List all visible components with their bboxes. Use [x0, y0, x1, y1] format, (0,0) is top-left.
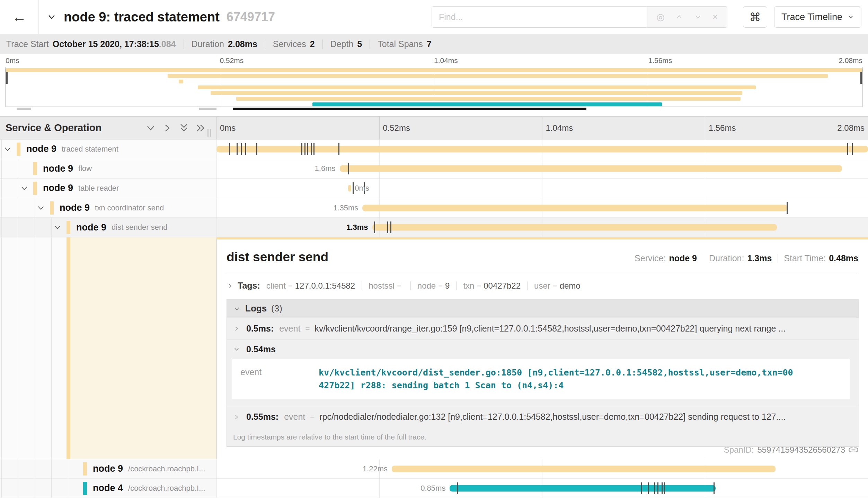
chevron-down-icon[interactable] — [53, 223, 62, 232]
equals-sign: = — [397, 282, 401, 290]
span-log-tick — [307, 143, 308, 155]
span-duration-bar[interactable] — [348, 185, 351, 191]
span-duration-bar[interactable] — [372, 224, 777, 231]
span-row-label-cell[interactable]: node 9dist sender send — [0, 218, 216, 237]
chevron-right-icon — [233, 414, 240, 420]
span-row[interactable]: node 9dist sender send1.3ms — [0, 218, 868, 237]
trace-minimap: 0ms0.52ms1.04ms1.56ms2.08ms — [0, 54, 868, 116]
time-tick-label: 0ms — [220, 117, 236, 139]
horizontal-scrollbar-thumb[interactable] — [233, 108, 587, 110]
span-row-label-cell[interactable]: node 9txn coordinator send — [0, 198, 216, 218]
span-row-label-cell[interactable]: node 9/cockroach.roachpb.I... — [0, 459, 216, 478]
minimap-viewport[interactable] — [6, 67, 862, 107]
logs-footer-note: Log timestamps are relative to the start… — [227, 427, 859, 446]
span-timeline-cell[interactable]: 1.22ms — [216, 459, 868, 478]
log-entry-expanded-header[interactable]: 0.54ms — [227, 339, 859, 359]
indent-guide — [68, 479, 68, 498]
summary-value: 5 — [357, 39, 362, 49]
chevron-down-icon — [233, 346, 240, 353]
chevron-down-icon[interactable] — [694, 13, 702, 21]
span-log-tick — [390, 221, 391, 233]
view-selector-button[interactable]: Trace Timeline — [774, 6, 861, 28]
log-timestamp: 0.55ms: — [246, 412, 278, 422]
span-log-tick — [787, 202, 788, 214]
arrow-left-icon: ← — [12, 9, 27, 25]
chevron-down-icon[interactable] — [145, 122, 157, 134]
tag-key: txn — [463, 281, 474, 290]
span-row[interactable]: node 4/cockroach.roachpb.I...0.85ms — [0, 479, 868, 498]
log-entry[interactable]: 0.55ms:event=rpc/nodedialer/nodedialer.g… — [227, 406, 859, 427]
indent-guide — [51, 237, 52, 459]
span-row-label-cell[interactable]: node 4/cockroach.roachpb.I... — [0, 479, 216, 498]
scrollbar-handle[interactable] — [17, 108, 31, 110]
link-icon[interactable] — [849, 445, 858, 455]
span-row[interactable]: node 9/cockroach.roachpb.I...1.22ms — [0, 459, 868, 479]
tags-row[interactable]: Tags:client=127.0.0.1:54582hostssl=node=… — [227, 281, 858, 291]
chevron-up-icon[interactable] — [675, 13, 683, 21]
logs-section: Logs (3) 0.5ms:event=kv/kvclient/kvcoord… — [227, 299, 859, 447]
time-tick-label: 1.04ms — [546, 117, 573, 139]
span-duration-bar[interactable] — [392, 465, 776, 472]
span-log-tick — [387, 221, 388, 233]
span-timeline-cell[interactable]: 1.3ms — [216, 218, 868, 237]
span-id-label: SpanID: — [724, 445, 754, 455]
log-entry[interactable]: 0.5ms:event=kv/kvclient/kvcoord/range_it… — [227, 318, 859, 339]
divider — [703, 254, 703, 263]
chevron-right-icon[interactable] — [161, 122, 173, 134]
span-row-label-cell[interactable]: node 9flow — [0, 159, 216, 179]
span-row-label-cell[interactable]: node 9traced statement — [0, 139, 216, 159]
span-duration-bar[interactable] — [362, 205, 787, 211]
span-log-tick — [338, 143, 339, 155]
logs-header[interactable]: Logs (3) — [227, 299, 859, 318]
span-log-tick — [648, 482, 649, 494]
indent-guide — [51, 218, 52, 237]
span-service-name: node 9 — [43, 183, 73, 193]
span-row-label-cell[interactable]: node 9table reader — [0, 179, 216, 198]
scrollbar-handle[interactable] — [199, 108, 216, 110]
chevron-down-icon[interactable] — [46, 12, 57, 22]
indent-guide — [18, 218, 18, 237]
span-timeline-cell[interactable]: 1.35ms — [216, 198, 868, 218]
find-input[interactable] — [432, 6, 647, 28]
span-log-tick — [237, 143, 238, 155]
tag-item: client=127.0.0.1:54582 — [266, 281, 355, 291]
span-operation-name: /cockroach.roachpb.I... — [128, 464, 205, 473]
span-row[interactable]: node 9traced statement — [0, 139, 868, 159]
selected-span-expanded-backdrop — [70, 237, 216, 459]
span-duration-bar[interactable] — [450, 485, 715, 491]
span-duration-label: 1.35ms — [333, 198, 358, 218]
keyboard-shortcuts-button[interactable]: ⌘ — [743, 6, 767, 28]
span-row[interactable]: node 9table reader0ms — [0, 179, 868, 198]
locate-icon[interactable]: ◎ — [656, 12, 665, 22]
time-tick-label: 0ms — [6, 56, 19, 65]
double-chevron-right-icon[interactable] — [195, 122, 206, 134]
span-log-tick — [304, 143, 305, 155]
span-timeline-cell[interactable]: 0ms — [216, 179, 868, 198]
summary-value: October 15 2020, 17:38:15 — [53, 39, 159, 49]
span-color-bar — [33, 162, 37, 175]
span-duration-bar[interactable] — [340, 165, 842, 172]
chevron-right-icon — [233, 325, 240, 332]
minimap-span-bar — [168, 74, 828, 78]
summary-label: Total Spans — [378, 39, 423, 49]
span-row[interactable]: node 9txn coordinator send1.35ms — [0, 198, 868, 218]
span-row[interactable]: node 9flow1.6ms — [0, 159, 868, 179]
log-field-key: event — [240, 366, 319, 392]
indent-guide — [1, 198, 2, 218]
column-resize-handle[interactable] — [207, 129, 211, 137]
indent-guide — [35, 218, 35, 237]
chevron-down-icon[interactable] — [3, 144, 12, 154]
time-tick-label: 2.08ms — [837, 117, 865, 139]
span-detail-region: dist sender send Service:node 9Duration:… — [0, 237, 868, 459]
chevron-down-icon[interactable] — [36, 203, 46, 213]
close-icon[interactable]: × — [712, 12, 718, 22]
tag-key: client — [266, 281, 286, 290]
span-timeline-cell[interactable]: 0.85ms — [216, 479, 868, 498]
chevron-down-icon[interactable] — [19, 183, 29, 193]
span-timeline-cell[interactable] — [216, 139, 868, 159]
indent-guide — [68, 459, 68, 478]
span-timeline-cell[interactable]: 1.6ms — [216, 159, 868, 179]
summary-label: Services — [273, 39, 306, 49]
double-chevron-down-icon[interactable] — [178, 122, 190, 134]
back-button[interactable]: ← — [0, 0, 39, 34]
